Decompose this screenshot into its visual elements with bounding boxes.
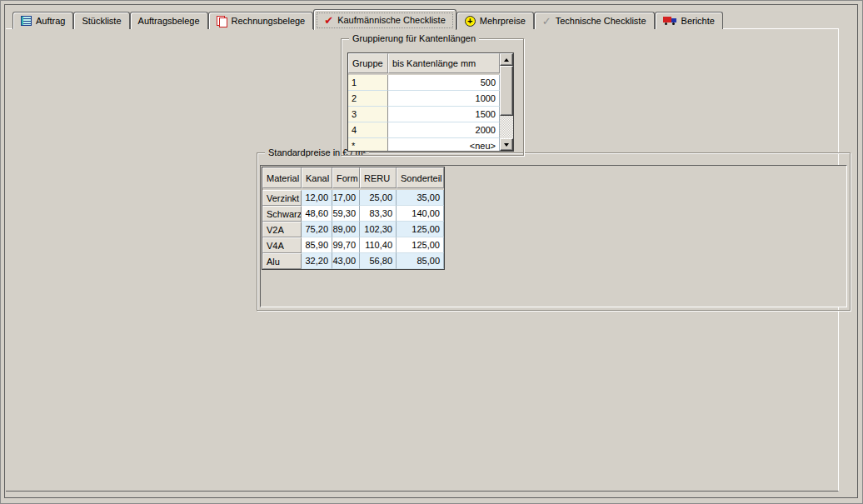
application-window: Auftrag Stückliste Auftragsbelege Rechnu… — [0, 0, 863, 504]
column-header: Form — [332, 167, 360, 188]
scrollbar-thumb[interactable] — [500, 66, 513, 116]
column-header: Gruppe — [348, 53, 388, 73]
tab-mehrpreise[interactable]: + Mehrpreise — [456, 12, 534, 29]
edge-group-box: Gruppierung für Kantenlängen Gruppe bis … — [341, 38, 524, 156]
tab-auftrag[interactable]: Auftrag — [12, 12, 73, 29]
table-cell[interactable]: <neu> — [388, 138, 500, 152]
row-header-cell: Schwarz — [262, 206, 302, 222]
table-cell[interactable]: 35,00 — [397, 190, 444, 206]
table-row: 3 1500 — [348, 107, 500, 122]
gray-check-icon: ✓ — [542, 16, 551, 27]
standard-prices-grid: Material Kanal Form RERU Sonderteil Verz… — [262, 167, 445, 270]
table-cell[interactable]: 25,00 — [360, 190, 397, 206]
table-cell[interactable]: 1000 — [388, 91, 500, 107]
tab-auftragsbelege[interactable]: Auftragsbelege — [130, 12, 208, 29]
table-cell[interactable]: 1 — [348, 75, 388, 91]
table-cell[interactable]: * — [348, 138, 388, 152]
vertical-scrollbar[interactable] — [500, 53, 513, 151]
table-cell[interactable]: 125,00 — [397, 237, 444, 253]
table-cell[interactable]: 99,70 — [332, 237, 360, 253]
table-cell[interactable]: 2 — [348, 91, 388, 107]
edge-groups-grid: Gruppe bis Kantenlänge mm 1 500 2 1000 3… — [347, 52, 514, 152]
table-cell[interactable]: 83,30 — [360, 206, 397, 222]
scrollbar-track[interactable] — [500, 66, 513, 138]
row-header-cell: V2A — [262, 222, 302, 237]
table-cell[interactable]: 59,30 — [332, 206, 360, 222]
table-cell[interactable]: 43,00 — [332, 253, 360, 269]
table-cell[interactable]: 102,30 — [360, 222, 397, 237]
table-cell[interactable]: 89,00 — [332, 222, 360, 237]
column-header: Kanal — [302, 167, 332, 188]
table-cell[interactable]: 1500 — [388, 107, 500, 122]
tab-rechnungsbelege[interactable]: Rechnungsbelege — [208, 12, 314, 29]
row-header-cell: Alu — [262, 253, 302, 269]
table-cell[interactable]: 4 — [348, 122, 388, 138]
group-title: Gruppierung für Kantenlängen — [349, 33, 479, 43]
table-row: * <neu> — [348, 138, 500, 152]
tab-label: Berichte — [681, 16, 715, 26]
tab-label: Auftrag — [36, 16, 65, 26]
column-header: Material — [262, 167, 302, 188]
plus-circle-icon: + — [465, 16, 476, 27]
grid-body: 1 500 2 1000 3 1500 4 2000 * <neu> — [348, 75, 500, 152]
grid-header-row: Gruppe bis Kantenlänge mm — [348, 53, 500, 73]
table-cell[interactable]: 3 — [348, 107, 388, 122]
table-cell[interactable]: 140,00 — [397, 206, 444, 222]
table-row: Schwarz 48,60 59,30 83,30 140,00 — [262, 206, 444, 222]
tab-focus-rect — [317, 12, 453, 28]
grid-header-row: Material Kanal Form RERU Sonderteil — [262, 167, 444, 188]
standard-prices-group-box: Standardpreise in € / m² Material Kanal … — [257, 152, 851, 311]
table-cell[interactable]: 12,00 — [302, 190, 332, 206]
column-header: Sonderteil — [397, 167, 444, 188]
table-row: 2 1000 — [348, 91, 500, 107]
table-row: V4A 85,90 99,70 110,40 125,00 — [262, 237, 444, 253]
table-cell[interactable]: 48,60 — [302, 206, 332, 222]
table-row: 1 500 — [348, 75, 500, 91]
tab-label: Mehrpreise — [480, 16, 526, 26]
tab-bar: Auftrag Stückliste Auftragsbelege Rechnu… — [12, 8, 723, 29]
table-cell[interactable]: 500 — [388, 75, 500, 91]
table-cell[interactable]: 17,00 — [332, 190, 360, 206]
tab-label: Stückliste — [82, 16, 121, 26]
table-cell[interactable]: 32,20 — [302, 253, 332, 269]
table-cell[interactable]: 85,00 — [397, 253, 444, 269]
arrow-up-icon — [504, 56, 509, 62]
order-grid-icon — [21, 16, 32, 26]
tab-stueckliste[interactable]: Stückliste — [73, 12, 129, 29]
tab-label: Technische Checkliste — [556, 16, 646, 26]
column-header: RERU — [360, 167, 397, 188]
arrow-down-icon — [504, 143, 509, 149]
grid-body: Verzinkt 12,00 17,00 25,00 35,00 Schwarz… — [262, 190, 444, 269]
table-cell[interactable]: 125,00 — [397, 222, 444, 237]
tab-label: Rechnungsbelege — [232, 16, 306, 26]
table-cell[interactable]: 2000 — [388, 122, 500, 138]
row-header-cell: Verzinkt — [262, 190, 302, 206]
table-cell[interactable]: 56,80 — [360, 253, 397, 269]
table-row: Verzinkt 12,00 17,00 25,00 35,00 — [262, 190, 444, 206]
scroll-down-button[interactable] — [500, 138, 513, 151]
table-cell[interactable]: 85,90 — [302, 237, 332, 253]
tab-kaufmaennische-checkliste[interactable]: ✔ Kaufmännische Checkliste — [313, 9, 456, 30]
column-header: bis Kantenlänge mm — [388, 53, 500, 73]
tab-label: Auftragsbelege — [138, 16, 200, 26]
scroll-up-button[interactable] — [500, 53, 513, 66]
tab-berichte[interactable]: Berichte — [655, 12, 723, 29]
table-cell[interactable]: 75,20 — [302, 222, 332, 237]
row-header-cell: V4A — [262, 237, 302, 253]
table-row: V2A 75,20 89,00 102,30 125,00 — [262, 222, 444, 237]
table-row: 4 2000 — [348, 122, 500, 138]
truck-icon — [663, 16, 677, 26]
table-row: Alu 32,20 43,00 56,80 85,00 — [262, 253, 444, 269]
tab-technische-checkliste[interactable]: ✓ Technische Checkliste — [534, 12, 655, 29]
invoice-copy-icon — [217, 16, 227, 27]
table-cell[interactable]: 110,40 — [360, 237, 397, 253]
